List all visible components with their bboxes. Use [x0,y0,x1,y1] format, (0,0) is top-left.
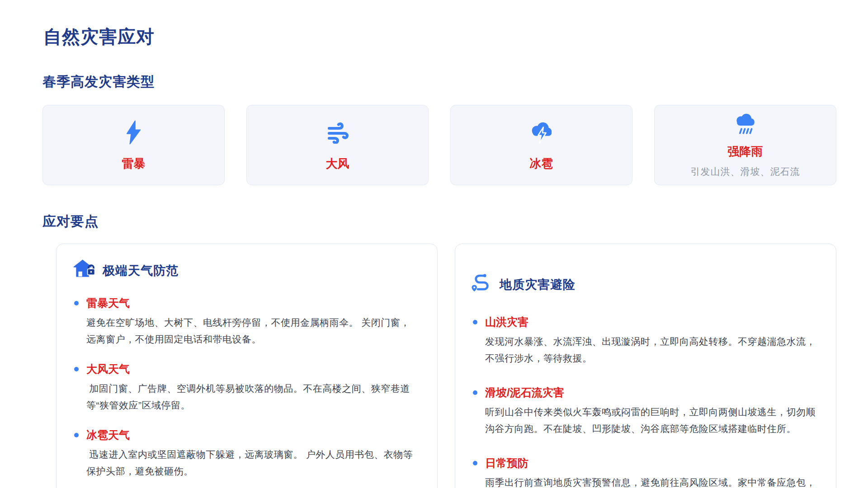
bullet-dot-icon [473,461,477,465]
item-desc: 加固门窗、广告牌、空调外机等易被吹落的物品。不在高楼之间、狭窄巷道等“狭管效应”… [86,380,422,413]
section-title-response-points: 应对要点 [42,212,836,231]
item-desc: 听到山谷中传来类似火车轰鸣或闷雷的巨响时，立即向两侧山坡逃生，切勿顺沟谷方向跑。… [485,404,821,437]
response-card-header: 极端天气防范 [73,259,422,282]
type-card-thunderstorm: 雷暴 [42,105,225,185]
lightning-icon [126,119,142,146]
bullet-dot-icon [473,390,477,395]
bullet-dot-icon [473,320,477,324]
type-card-subtitle: 引发山洪、滑坡、泥石流 [691,165,800,178]
response-cards-row: 极端天气防范 雷暴天气 避免在空旷场地、大树下、电线杆旁停留，不使用金属柄雨伞。… [56,244,836,488]
section-title-disaster-types: 春季高发灾害类型 [42,73,836,91]
house-lock-icon [73,259,95,282]
bullet-dot-icon [74,301,79,305]
type-card-label: 冰雹 [530,156,553,172]
list-item: 山洪灾害 发现河水暴涨、水流浑浊、出现漩涡时，立即向高处转移。不穿越湍急水流，不… [470,315,821,366]
item-title: 大风天气 [86,362,422,376]
cloud-lightning-icon [528,119,556,146]
page-title: 自然灾害应对 [43,24,836,49]
item-desc: 避免在空旷场地、大树下、电线杆旁停留，不使用金属柄雨伞。 关闭门窗，远离窗户，不… [86,314,422,347]
item-desc: 迅速进入室内或坚固遮蔽物下躲避，远离玻璃窗。 户外人员用书包、衣物等保护头部，避… [86,446,422,479]
item-title: 雷暴天气 [86,296,422,310]
type-card-label: 强降雨 [728,144,763,160]
response-card-title: 极端天气防范 [103,263,179,279]
cloud-rain-icon [732,112,759,137]
list-item: 日常预防 雨季出行前查询地质灾害预警信息，避免前往高风险区域。家中常备应急包，包… [470,456,821,488]
type-card-wind: 大风 [246,105,429,185]
type-card-label: 大风 [326,156,349,172]
response-card-title: 地质灾害避险 [500,277,576,293]
type-card-hail: 冰雹 [450,105,632,185]
response-card-extreme-weather: 极端天气防范 雷暴天气 避免在空旷场地、大树下、电线杆旁停留，不使用金属柄雨伞。… [56,244,438,488]
list-item: 滑坡/泥石流灾害 听到山谷中传来类似火车轰鸣或闷雷的巨响时，立即向两侧山坡逃生，… [470,385,821,437]
list-item: 冰雹天气 迅速进入室内或坚固遮蔽物下躲避，远离玻璃窗。 户外人员用书包、衣物等保… [71,428,422,479]
response-card-geological: 地质灾害避险 山洪灾害 发现河水暴涨、水流浑浊、出现漩涡时，立即向高处转移。不穿… [455,244,836,488]
item-desc: 雨季出行前查询地质灾害预警信息，避免前往高风险区域。家中常备应急包，包含饮用水、… [485,474,821,488]
list-item: 大风天气 加固门窗、广告牌、空调外机等易被吹落的物品。不在高楼之间、狭窄巷道等“… [71,362,422,413]
type-card-label: 雷暴 [122,156,146,172]
wind-icon [326,119,349,146]
response-card-header: 地质灾害避险 [472,273,821,296]
disaster-type-row: 雷暴 大风 [42,105,836,185]
item-title: 冰雹天气 [86,428,422,442]
natural-disaster-page: 自然灾害应对 春季高发灾害类型 雷暴 大风 [0,0,868,488]
bullet-dot-icon [74,433,79,437]
bullet-dot-icon [74,367,79,371]
item-title: 滑坡/泥石流灾害 [485,385,821,400]
item-desc: 发现河水暴涨、水流浑浊、出现漩涡时，立即向高处转移。不穿越湍急水流，不强行涉水，… [485,333,821,366]
item-title: 山洪灾害 [485,315,821,329]
list-item: 雷暴天气 避免在空旷场地、大树下、电线杆旁停留，不使用金属柄雨伞。 关闭门窗，远… [71,296,422,347]
route-icon [472,273,492,296]
item-title: 日常预防 [485,456,821,470]
type-card-heavy-rain: 强降雨 引发山洪、滑坡、泥石流 [654,105,836,185]
